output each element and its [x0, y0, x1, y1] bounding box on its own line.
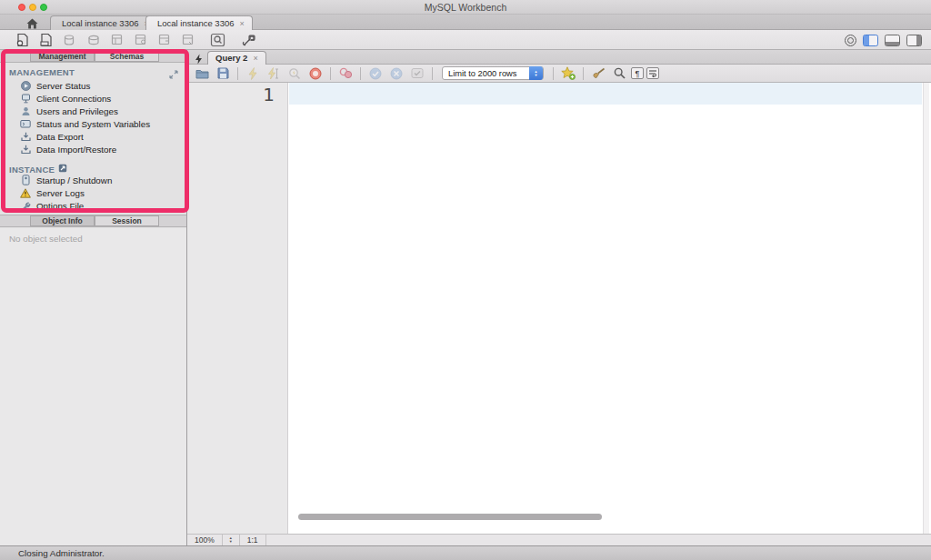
show-invisibles-icon[interactable]: ¶: [631, 67, 644, 79]
sidebar-item-label: Client Connections: [36, 94, 111, 104]
startup-shutdown-icon: [20, 175, 31, 185]
chevron-down-icon: ▼: [535, 74, 538, 77]
current-line-highlight: [289, 83, 922, 105]
sidebar-item-server-logs[interactable]: Server Logs: [20, 187, 85, 198]
sidebar-item-data-import[interactable]: Data Import/Restore: [20, 144, 116, 155]
toggle-left-sidebar-icon[interactable]: [863, 35, 878, 46]
sidebar-tab-row: Management Schemas: [0, 50, 186, 63]
toggle-autocommit-icon: [408, 66, 426, 81]
horizontal-scrollbar-thumb[interactable]: [298, 514, 602, 520]
limit-rows-dropdown[interactable]: Limit to 2000 rows ▲ ▼: [442, 66, 544, 80]
mysql-workbench-window: MySQL Workbench Local instance 3306× Loc…: [0, 0, 931, 560]
stepper-down-icon[interactable]: ▼: [229, 540, 233, 544]
vertical-scrollbar[interactable]: [923, 83, 929, 534]
execute-icon: [244, 66, 262, 81]
create-view-icon: [105, 32, 129, 48]
editor-gutter: 1: [187, 83, 288, 534]
data-import-icon: [20, 144, 31, 155]
server-logs-icon: [20, 187, 31, 198]
code-area[interactable]: [289, 83, 922, 534]
open-sql-script-icon[interactable]: [35, 32, 58, 48]
toolbar-separator: [553, 67, 554, 80]
caret-position: 1:1: [240, 535, 266, 545]
query-tab-bar: Query 2×: [187, 50, 931, 65]
home-icon[interactable]: [24, 16, 40, 28]
connection-tab[interactable]: Local instance 3306×: [50, 15, 157, 30]
window-title: MySQL Workbench: [0, 2, 931, 13]
create-schema-icon: [58, 32, 82, 48]
title-bar: MySQL Workbench: [0, 0, 931, 15]
query-tab[interactable]: Query 2×: [207, 51, 266, 65]
sidebar-item-startup-shutdown[interactable]: Startup / Shutdown: [20, 175, 112, 185]
users-icon: [20, 105, 31, 116]
info-tab-row: Object Info Session: [0, 215, 186, 227]
toolbar-separator: [432, 67, 433, 80]
sidebar-item-label: Startup / Shutdown: [36, 175, 112, 185]
limit-rows-value: Limit to 2000 rows: [443, 69, 529, 78]
sidebar-item-options-file[interactable]: Options File: [20, 200, 84, 211]
no-object-selected-text: No object selected: [9, 234, 83, 244]
stop-icon: [306, 66, 325, 81]
wrap-text-icon[interactable]: [646, 67, 659, 79]
status-bar: Closing Administrator.: [0, 545, 931, 560]
explain-icon: [285, 66, 304, 81]
toolbar-separator: [330, 67, 331, 80]
new-sql-tab-icon[interactable]: [11, 32, 35, 48]
tab-schemas[interactable]: Schemas: [95, 51, 159, 62]
status-message: Closing Administrator.: [18, 548, 105, 558]
toggle-right-sidebar-icon[interactable]: [906, 35, 922, 46]
create-procedure-icon: [129, 32, 153, 48]
instance-section-header: INSTANCE: [9, 164, 67, 175]
options-file-icon: [20, 200, 31, 211]
expand-panel-icon[interactable]: [169, 66, 178, 75]
server-status-icon: [20, 80, 31, 91]
instance-header-label: INSTANCE: [9, 165, 55, 175]
beautify-icon[interactable]: [589, 66, 607, 81]
line-number: 1: [263, 84, 275, 105]
sidebar-item-client-connections[interactable]: Client Connections: [20, 93, 111, 104]
rollback-icon: [387, 66, 405, 81]
zoom-level-value: 100%: [195, 535, 215, 545]
sidebar-item-label: Data Import/Restore: [36, 145, 116, 155]
management-section-header: MANAGEMENT: [9, 67, 75, 77]
sidebar-item-label: Users and Privileges: [36, 106, 118, 116]
tab-management[interactable]: Management: [30, 51, 95, 62]
toggle-bottom-panel-icon[interactable]: [885, 35, 900, 46]
zoom-stepper[interactable]: ▲ ▼: [223, 535, 240, 545]
reconnect-dbms-icon[interactable]: [236, 32, 260, 48]
close-icon[interactable]: ×: [253, 54, 257, 63]
sidebar-item-label: Options File: [36, 201, 84, 211]
save-script-icon[interactable]: [214, 66, 232, 81]
sidebar-item-users-privileges[interactable]: Users and Privileges: [20, 105, 118, 116]
open-script-icon[interactable]: [193, 66, 211, 81]
sidebar-item-label: Data Export: [36, 132, 84, 142]
query-tab-label: Query 2: [215, 53, 247, 63]
search-table-data-icon[interactable]: [205, 32, 229, 48]
help-icon[interactable]: [845, 35, 856, 46]
sidebar-item-system-variables[interactable]: Status and System Variables: [20, 118, 150, 129]
toggle-stop-on-error-icon[interactable]: [336, 66, 355, 81]
connection-tab-active[interactable]: Local instance 3306×: [145, 15, 253, 30]
sidebar-item-label: Server Status: [36, 81, 90, 91]
find-icon[interactable]: [610, 66, 628, 81]
instance-admin-icon: [58, 164, 67, 175]
save-snippet-icon[interactable]: [559, 66, 577, 81]
sidebar-item-server-status[interactable]: Server Status: [20, 80, 90, 91]
create-function-icon: [153, 32, 176, 48]
main-toolbar: [0, 30, 931, 50]
create-table-icon: [82, 32, 105, 48]
execute-current-statement-icon: [265, 66, 283, 81]
connection-tab-bar: Local instance 3306× Local instance 3306…: [0, 15, 931, 30]
tab-session[interactable]: Session: [95, 215, 159, 226]
dropdown-stepper-icon: ▲ ▼: [529, 66, 543, 80]
close-icon[interactable]: ×: [240, 19, 245, 28]
pilcrow-glyph: ¶: [636, 69, 640, 78]
sidebar-item-label: Status and System Variables: [36, 119, 150, 129]
sidebar-item-data-export[interactable]: Data Export: [20, 131, 84, 142]
commit-icon: [366, 66, 385, 81]
toolbar-separator: [583, 67, 584, 80]
sidebar: Management Schemas MANAGEMENT Server Sta…: [0, 50, 187, 545]
zoom-level[interactable]: 100%: [187, 535, 223, 545]
tab-object-info[interactable]: Object Info: [30, 215, 95, 226]
system-variables-icon: [20, 118, 31, 129]
